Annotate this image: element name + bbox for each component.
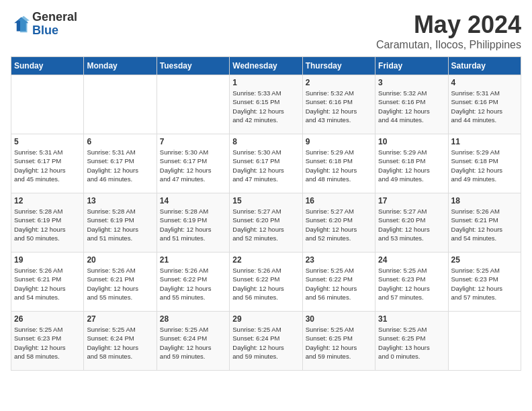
day-info: Sunrise: 5:29 AM Sunset: 6:18 PM Dayligh… (306, 148, 372, 183)
day-info: Sunrise: 5:29 AM Sunset: 6:18 PM Dayligh… (451, 148, 518, 183)
day-info: Sunrise: 5:27 AM Sunset: 6:20 PM Dayligh… (378, 207, 445, 242)
day-number: 6 (87, 137, 153, 146)
col-header-monday: Monday (84, 57, 157, 75)
day-number: 22 (232, 255, 299, 265)
day-number: 9 (306, 137, 372, 146)
day-number: 23 (306, 255, 372, 265)
col-header-thursday: Thursday (302, 57, 375, 75)
calendar-cell: 10Sunrise: 5:29 AM Sunset: 6:18 PM Dayli… (375, 134, 448, 193)
calendar-cell: 19Sunrise: 5:26 AM Sunset: 6:21 PM Dayli… (11, 253, 84, 312)
week-row-5: 26Sunrise: 5:25 AM Sunset: 6:23 PM Dayli… (11, 312, 521, 371)
calendar-cell: 21Sunrise: 5:26 AM Sunset: 6:22 PM Dayli… (157, 253, 229, 312)
calendar-cell: 20Sunrise: 5:26 AM Sunset: 6:21 PM Dayli… (84, 253, 157, 312)
calendar-cell: 6Sunrise: 5:31 AM Sunset: 6:17 PM Daylig… (84, 134, 157, 193)
day-info: Sunrise: 5:27 AM Sunset: 6:20 PM Dayligh… (306, 207, 372, 242)
day-info: Sunrise: 5:25 AM Sunset: 6:23 PM Dayligh… (378, 266, 445, 302)
calendar-cell (448, 312, 521, 371)
day-number: 5 (14, 137, 81, 146)
calendar-cell: 12Sunrise: 5:28 AM Sunset: 6:19 PM Dayli… (11, 193, 84, 253)
day-info: Sunrise: 5:26 AM Sunset: 6:21 PM Dayligh… (87, 266, 153, 302)
col-header-tuesday: Tuesday (157, 57, 229, 75)
day-number: 20 (87, 255, 153, 265)
col-header-saturday: Saturday (448, 57, 521, 75)
calendar-cell: 15Sunrise: 5:27 AM Sunset: 6:20 PM Dayli… (230, 193, 302, 253)
day-info: Sunrise: 5:29 AM Sunset: 6:18 PM Dayligh… (378, 148, 445, 183)
logo-text: General Blue (32, 11, 77, 38)
day-number: 27 (87, 314, 153, 324)
col-header-sunday: Sunday (11, 57, 84, 75)
calendar-cell: 2Sunrise: 5:32 AM Sunset: 6:16 PM Daylig… (302, 75, 375, 134)
day-info: Sunrise: 5:25 AM Sunset: 6:25 PM Dayligh… (306, 325, 372, 361)
day-info: Sunrise: 5:25 AM Sunset: 6:24 PM Dayligh… (160, 325, 226, 361)
day-info: Sunrise: 5:25 AM Sunset: 6:25 PM Dayligh… (378, 325, 445, 361)
day-info: Sunrise: 5:28 AM Sunset: 6:19 PM Dayligh… (160, 207, 226, 242)
day-info: Sunrise: 5:25 AM Sunset: 6:22 PM Dayligh… (306, 266, 372, 302)
day-info: Sunrise: 5:26 AM Sunset: 6:22 PM Dayligh… (160, 266, 226, 302)
day-number: 18 (451, 196, 518, 205)
logo-icon (11, 15, 30, 34)
day-number: 10 (378, 137, 445, 146)
calendar-cell: 29Sunrise: 5:25 AM Sunset: 6:24 PM Dayli… (230, 312, 302, 371)
calendar-cell: 24Sunrise: 5:25 AM Sunset: 6:23 PM Dayli… (375, 253, 448, 312)
day-number: 2 (306, 78, 372, 87)
calendar-cell: 9Sunrise: 5:29 AM Sunset: 6:18 PM Daylig… (302, 134, 375, 193)
day-info: Sunrise: 5:32 AM Sunset: 6:16 PM Dayligh… (306, 89, 372, 124)
col-header-friday: Friday (375, 57, 448, 75)
day-info: Sunrise: 5:33 AM Sunset: 6:15 PM Dayligh… (232, 89, 299, 124)
calendar-cell: 26Sunrise: 5:25 AM Sunset: 6:23 PM Dayli… (11, 312, 84, 371)
calendar-cell: 31Sunrise: 5:25 AM Sunset: 6:25 PM Dayli… (375, 312, 448, 371)
day-number: 4 (451, 78, 518, 87)
day-info: Sunrise: 5:30 AM Sunset: 6:17 PM Dayligh… (160, 148, 226, 183)
day-number: 19 (14, 255, 81, 265)
week-row-2: 5Sunrise: 5:31 AM Sunset: 6:17 PM Daylig… (11, 134, 521, 193)
calendar-cell (157, 75, 229, 134)
calendar-cell: 22Sunrise: 5:26 AM Sunset: 6:22 PM Dayli… (230, 253, 302, 312)
day-number: 28 (160, 314, 226, 324)
calendar-cell (84, 75, 157, 134)
calendar-cell: 3Sunrise: 5:32 AM Sunset: 6:16 PM Daylig… (375, 75, 448, 134)
day-info: Sunrise: 5:32 AM Sunset: 6:16 PM Dayligh… (378, 89, 445, 124)
day-number: 12 (14, 196, 81, 205)
calendar-cell: 7Sunrise: 5:30 AM Sunset: 6:17 PM Daylig… (157, 134, 229, 193)
calendar-cell: 13Sunrise: 5:28 AM Sunset: 6:19 PM Dayli… (84, 193, 157, 253)
day-number: 13 (87, 196, 153, 205)
calendar-cell: 30Sunrise: 5:25 AM Sunset: 6:25 PM Dayli… (302, 312, 375, 371)
day-number: 29 (232, 314, 299, 324)
day-info: Sunrise: 5:31 AM Sunset: 6:16 PM Dayligh… (451, 89, 518, 124)
calendar-cell: 17Sunrise: 5:27 AM Sunset: 6:20 PM Dayli… (375, 193, 448, 253)
day-number: 24 (378, 255, 445, 265)
calendar-cell: 8Sunrise: 5:30 AM Sunset: 6:17 PM Daylig… (230, 134, 302, 193)
day-number: 26 (14, 314, 81, 324)
calendar-cell: 5Sunrise: 5:31 AM Sunset: 6:17 PM Daylig… (11, 134, 84, 193)
day-number: 15 (232, 196, 299, 205)
day-number: 8 (232, 137, 299, 146)
day-number: 31 (378, 314, 445, 324)
day-info: Sunrise: 5:25 AM Sunset: 6:24 PM Dayligh… (232, 325, 299, 361)
calendar-cell: 27Sunrise: 5:25 AM Sunset: 6:24 PM Dayli… (84, 312, 157, 371)
day-info: Sunrise: 5:31 AM Sunset: 6:17 PM Dayligh… (87, 148, 153, 183)
calendar-cell: 18Sunrise: 5:26 AM Sunset: 6:21 PM Dayli… (448, 193, 521, 253)
calendar-cell: 11Sunrise: 5:29 AM Sunset: 6:18 PM Dayli… (448, 134, 521, 193)
calendar-cell: 25Sunrise: 5:25 AM Sunset: 6:23 PM Dayli… (448, 253, 521, 312)
day-info: Sunrise: 5:25 AM Sunset: 6:23 PM Dayligh… (14, 325, 81, 361)
page-header: General Blue May 2024 Caramutan, Ilocos,… (11, 11, 521, 51)
calendar-cell (11, 75, 84, 134)
day-info: Sunrise: 5:26 AM Sunset: 6:21 PM Dayligh… (451, 207, 518, 242)
week-row-1: 1Sunrise: 5:33 AM Sunset: 6:15 PM Daylig… (11, 75, 521, 134)
day-info: Sunrise: 5:27 AM Sunset: 6:20 PM Dayligh… (232, 207, 299, 242)
day-number: 11 (451, 137, 518, 146)
day-number: 14 (160, 196, 226, 205)
day-number: 16 (306, 196, 372, 205)
day-number: 17 (378, 196, 445, 205)
day-number: 25 (451, 255, 518, 265)
logo-blue: Blue (32, 24, 77, 38)
calendar-cell: 16Sunrise: 5:27 AM Sunset: 6:20 PM Dayli… (302, 193, 375, 253)
col-header-wednesday: Wednesday (230, 57, 302, 75)
logo-general: General (32, 11, 77, 24)
day-info: Sunrise: 5:31 AM Sunset: 6:17 PM Dayligh… (14, 148, 81, 183)
subtitle: Caramutan, Ilocos, Philippines (376, 39, 521, 51)
week-row-4: 19Sunrise: 5:26 AM Sunset: 6:21 PM Dayli… (11, 253, 521, 312)
calendar-cell: 23Sunrise: 5:25 AM Sunset: 6:22 PM Dayli… (302, 253, 375, 312)
calendar-cell: 1Sunrise: 5:33 AM Sunset: 6:15 PM Daylig… (230, 75, 302, 134)
day-info: Sunrise: 5:28 AM Sunset: 6:19 PM Dayligh… (87, 207, 153, 242)
